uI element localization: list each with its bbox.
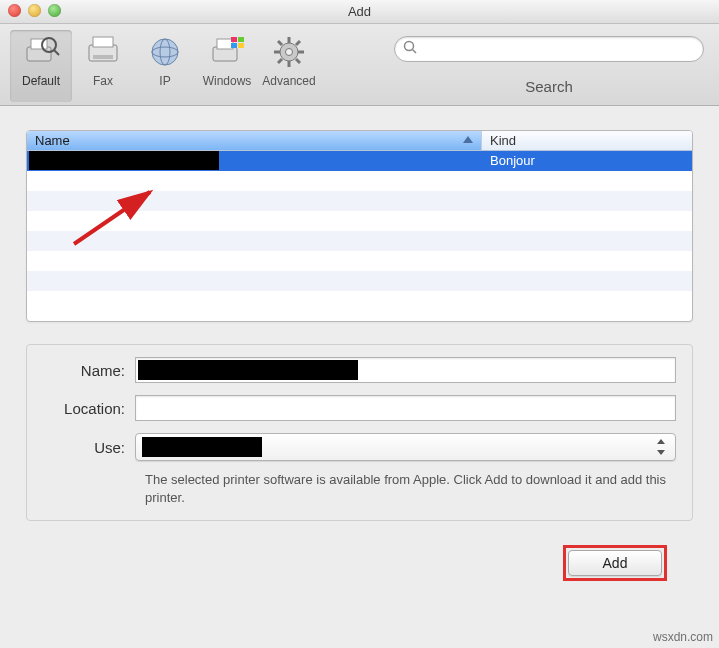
printer-row[interactable]: Bonjour [27,151,692,171]
printer-row-empty [27,251,692,271]
name-label: Name: [43,362,135,379]
printer-name-cell [27,151,482,171]
name-field[interactable] [135,357,676,383]
svg-rect-14 [231,43,237,48]
printer-row-empty [27,171,692,191]
form-row-name: Name: [43,357,676,383]
svg-line-24 [296,41,300,45]
svg-rect-12 [231,37,237,42]
toolbar-item-default[interactable]: Default [10,30,72,102]
titlebar: Add [0,0,719,24]
printer-kind-cell: Bonjour [482,151,692,171]
globe-icon [144,32,186,72]
printer-list[interactable]: Name Kind Bonjour [26,130,693,322]
close-window-button[interactable] [8,4,21,17]
printer-list-body: Bonjour [27,151,692,321]
toolbar: Default Fax IP [0,24,719,106]
printer-row-empty [27,211,692,231]
svg-line-22 [278,41,282,45]
printer-row-empty [27,291,692,311]
use-select[interactable] [135,433,676,461]
svg-rect-6 [93,55,113,59]
toolbar-label: IP [159,74,170,88]
printer-row-empty [27,231,692,251]
add-button[interactable]: Add [568,550,662,576]
printer-list-header: Name Kind [27,131,692,151]
windows-printer-icon [206,32,248,72]
footer: Add [26,545,693,581]
fax-icon [82,32,124,72]
svg-line-23 [296,59,300,63]
location-field[interactable] [135,395,676,421]
svg-line-3 [54,50,59,55]
column-header-label: Kind [490,133,516,148]
window-controls [8,4,61,17]
toolbar-item-fax[interactable]: Fax [72,30,134,102]
search-input[interactable] [418,42,695,57]
software-hint-text: The selected printer software is availab… [145,471,676,506]
toolbar-label: Advanced [262,74,315,88]
column-header-name[interactable]: Name [27,131,482,150]
minimize-window-button[interactable] [28,4,41,17]
printer-row-empty [27,271,692,291]
svg-rect-11 [217,39,233,49]
svg-line-25 [278,59,282,63]
watermark: wsxdn.com [653,630,713,644]
redacted-block [142,437,262,457]
gear-icon [268,32,310,72]
sort-ascending-icon [463,136,473,143]
form-row-location: Location: [43,395,676,421]
toolbar-item-ip[interactable]: IP [134,30,196,102]
printer-search-icon [20,32,62,72]
zoom-window-button[interactable] [48,4,61,17]
toolbar-label: Default [22,74,60,88]
search-icon [403,40,418,58]
printer-row-empty [27,191,692,211]
redacted-block [138,360,358,380]
location-label: Location: [43,400,135,417]
window-title: Add [348,4,371,19]
search-label: Search [525,78,573,95]
svg-line-27 [413,50,417,54]
svg-point-7 [152,39,178,65]
use-label: Use: [43,439,135,456]
svg-point-26 [405,42,414,51]
updown-stepper-icon [655,439,667,455]
svg-rect-13 [238,37,244,42]
column-header-kind[interactable]: Kind [482,131,692,150]
toolbar-label: Fax [93,74,113,88]
annotation-highlight: Add [563,545,667,581]
printer-detail-panel: Name: Location: Use: The selected printe… [26,344,693,521]
search-field[interactable] [394,36,704,62]
svg-rect-5 [93,37,113,47]
svg-point-17 [286,49,293,56]
form-row-use: Use: [43,433,676,461]
redacted-block [29,151,219,170]
column-header-label: Name [35,133,70,148]
search-area: Search [389,30,709,95]
toolbar-item-windows[interactable]: Windows [196,30,258,102]
toolbar-label: Windows [203,74,252,88]
content: Name Kind Bonjour [0,106,719,591]
toolbar-item-advanced[interactable]: Advanced [258,30,320,102]
svg-rect-15 [238,43,244,48]
